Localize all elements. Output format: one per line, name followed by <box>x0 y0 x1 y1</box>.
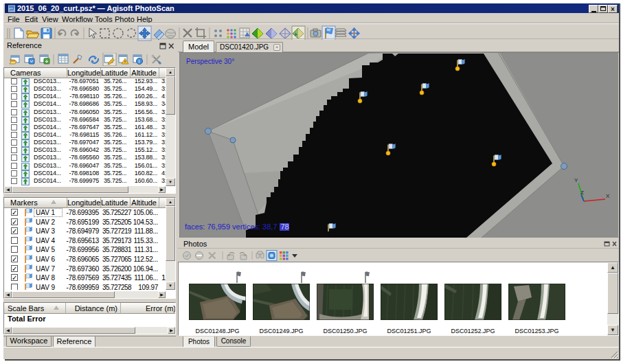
svg-text:faces: 76,959 vertices: 38,7: faces: 76,959 vertices: 38,7 <box>185 223 278 231</box>
svg-text:X: X <box>606 193 610 199</box>
svg-text:Y: Y <box>574 177 578 183</box>
svg-text:78: 78 <box>281 223 289 231</box>
svg-text:i: i <box>139 58 140 65</box>
svg-text:Z: Z <box>580 190 584 196</box>
svg-text:Perspective 30°: Perspective 30° <box>186 58 234 65</box>
